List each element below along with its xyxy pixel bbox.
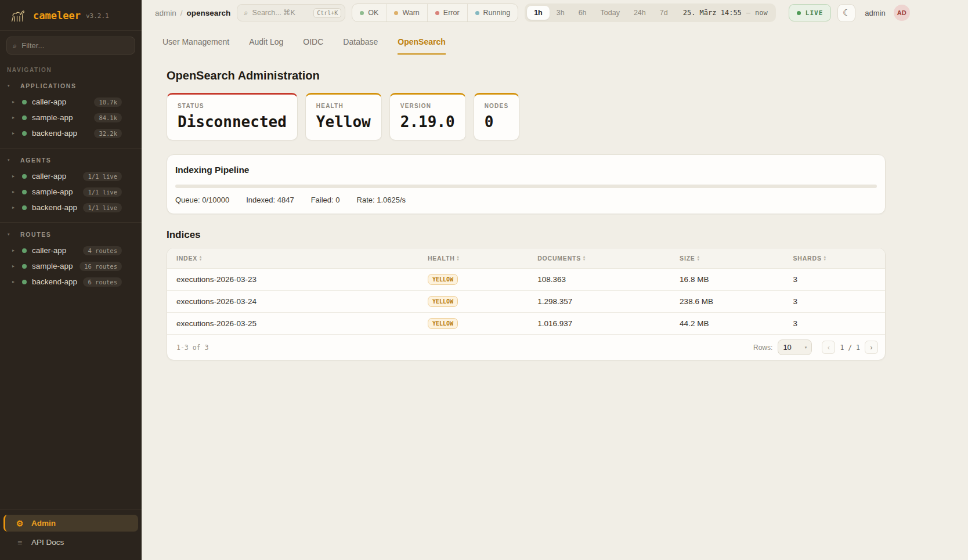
prev-page-button[interactable]: ‹ [822, 341, 835, 354]
index-cell: executions-2026-03-23 [167, 275, 418, 284]
sidebar-item-route-sample[interactable]: ▸ sample-app 16 routes [0, 258, 142, 274]
shards-cell: 3 [784, 319, 885, 328]
sidebar-item-agent-sample[interactable]: ▸ sample-app 1/1 live [0, 184, 142, 200]
count-badge: 10.7k [94, 97, 122, 107]
count-badge: 84.1k [94, 113, 122, 122]
column-header-shards[interactable]: SHARDS ▴▾ [784, 255, 885, 262]
stat-card-health: HEALTH Yellow [305, 93, 382, 140]
status-dot-icon [22, 205, 27, 210]
filter-warn[interactable]: Warn [386, 4, 427, 21]
documents-cell: 1.016.937 [528, 319, 670, 328]
sidebar-footer: ⚙ Admin ≡ API Docs [0, 509, 142, 560]
chevron-right-icon[interactable]: ▸ [12, 115, 20, 120]
status-dot-icon [22, 174, 27, 179]
sidebar-item-admin[interactable]: ⚙ Admin [3, 515, 138, 532]
navigation-label: NAVIGATION [0, 57, 142, 74]
tab-database[interactable]: Database [343, 37, 378, 55]
sidebar-item-app-backend[interactable]: ▸ backend-app 32.2k [0, 125, 142, 141]
group-header-agents[interactable]: ▾ AGENTS [0, 154, 142, 168]
time-range-end[interactable]: now [755, 9, 768, 17]
chevron-right-icon[interactable]: ▸ [12, 279, 20, 284]
pipeline-title: Indexing Pipeline [175, 165, 877, 175]
avatar[interactable]: AD [894, 5, 910, 21]
nav-group-agents: ▾ AGENTS ▸ caller-app 1/1 live ▸ sample-… [0, 149, 142, 223]
column-header-size[interactable]: SIZE ▴▾ [670, 255, 783, 262]
table-row[interactable]: executions-2026-03-25 YELLOW 1.016.937 4… [167, 313, 885, 335]
chevron-right-icon[interactable]: ▸ [12, 131, 20, 136]
chevron-right-icon[interactable]: ▸ [12, 189, 20, 194]
tab-oidc[interactable]: OIDC [303, 37, 323, 55]
shortcut-kbd: Ctrl+K [313, 8, 341, 18]
sidebar-item-route-backend[interactable]: ▸ backend-app 6 routes [0, 274, 142, 290]
row-range-text: 1-3 of 3 [176, 344, 753, 352]
sidebar-item-api-docs[interactable]: ≡ API Docs [3, 534, 138, 551]
time-range-6h[interactable]: 6h [572, 6, 594, 20]
tab-user-management[interactable]: User Management [162, 37, 229, 55]
group-header-routes[interactable]: ▾ ROUTES [0, 229, 142, 243]
size-cell: 16.8 MB [670, 275, 783, 284]
table-row[interactable]: executions-2026-03-24 YELLOW 1.298.357 2… [167, 291, 885, 313]
filter-error[interactable]: Error [427, 4, 467, 21]
breadcrumb: admin / opensearch [155, 9, 230, 17]
column-header-health[interactable]: HEALTH ▴▾ [418, 255, 528, 262]
breadcrumb-parent[interactable]: admin [155, 9, 176, 17]
time-range-start[interactable]: 25. März 14:55 [683, 9, 742, 17]
pipeline-stats: Queue: 0/10000 Indexed: 4847 Failed: 0 R… [175, 196, 877, 204]
indices-table: INDEX ▴▾ HEALTH ▴▾ DOCUMENTS ▴▾ SIZE ▴▾ [167, 248, 886, 360]
sidebar-filter-input[interactable] [21, 41, 129, 50]
documents-cell: 1.298.357 [528, 297, 670, 306]
status-dot-icon [22, 100, 27, 104]
sidebar-item-agent-caller[interactable]: ▸ caller-app 1/1 live [0, 168, 142, 184]
status-value: Disconnected [178, 113, 287, 131]
sidebar-item-route-caller[interactable]: ▸ caller-app 4 routes [0, 243, 142, 258]
global-search-input[interactable] [252, 9, 310, 17]
caret-down-icon: ▾ [805, 345, 807, 350]
moon-icon: ☾ [843, 8, 850, 18]
theme-toggle-button[interactable]: ☾ [837, 4, 855, 22]
rows-per-page-label: Rows: [753, 344, 772, 352]
routes-badge: 6 routes [83, 277, 122, 287]
sidebar-item-app-caller[interactable]: ▸ caller-app 10.7k [0, 94, 142, 110]
global-search[interactable]: ⌕ Ctrl+K [237, 4, 345, 21]
pipeline-failed: Failed: 0 [311, 196, 340, 204]
list-icon: ≡ [15, 538, 24, 547]
tab-audit-log[interactable]: Audit Log [249, 37, 283, 55]
chevron-right-icon[interactable]: ▸ [12, 174, 20, 179]
gear-icon: ⚙ [15, 519, 24, 528]
pipeline-progress-bar [175, 185, 877, 188]
table-row[interactable]: executions-2026-03-23 YELLOW 108.363 16.… [167, 269, 885, 291]
next-page-button[interactable]: › [865, 341, 878, 354]
time-range-7d[interactable]: 7d [653, 6, 675, 20]
stat-card-version: VERSION 2.19.0 [389, 93, 466, 140]
size-cell: 238.6 MB [670, 297, 783, 306]
column-header-index[interactable]: INDEX ▴▾ [167, 255, 418, 262]
chevron-right-icon[interactable]: ▸ [12, 263, 20, 269]
rows-per-page-select[interactable]: 10 ▾ [778, 339, 812, 355]
health-badge: YELLOW [428, 274, 458, 285]
pipeline-queue: Queue: 0/10000 [175, 196, 229, 204]
tab-opensearch[interactable]: OpenSearch [398, 37, 445, 55]
sidebar-item-app-sample[interactable]: ▸ sample-app 84.1k [0, 110, 142, 125]
sidebar-item-agent-backend[interactable]: ▸ backend-app 1/1 live [0, 200, 142, 215]
app-name: cameleer [33, 10, 81, 21]
column-header-documents[interactable]: DOCUMENTS ▴▾ [528, 255, 670, 262]
chevron-right-icon[interactable]: ▸ [12, 205, 20, 210]
app-logo[interactable]: cameleer v3.2.1 [0, 0, 142, 31]
chevron-right-icon[interactable]: ▸ [12, 99, 20, 104]
live-toggle-button[interactable]: LIVE [789, 4, 832, 21]
group-header-applications[interactable]: ▾ APPLICATIONS [0, 80, 142, 94]
health-value: Yellow [316, 113, 371, 131]
status-dot-icon [22, 131, 27, 136]
caret-down-icon: ▾ [8, 84, 15, 88]
time-range-1h[interactable]: 1h [527, 6, 550, 20]
time-range-today[interactable]: Today [594, 6, 627, 20]
time-range-24h[interactable]: 24h [627, 6, 653, 20]
filter-running[interactable]: Running [467, 4, 518, 21]
time-range-3h[interactable]: 3h [550, 6, 572, 20]
search-icon: ⌕ [244, 8, 248, 17]
admin-tabs: User Management Audit Log OIDC Database … [142, 26, 968, 55]
live-badge: 1/1 live [83, 172, 122, 181]
filter-ok[interactable]: OK [352, 4, 386, 21]
sort-icon: ▴▾ [457, 255, 460, 261]
chevron-right-icon[interactable]: ▸ [12, 248, 20, 253]
